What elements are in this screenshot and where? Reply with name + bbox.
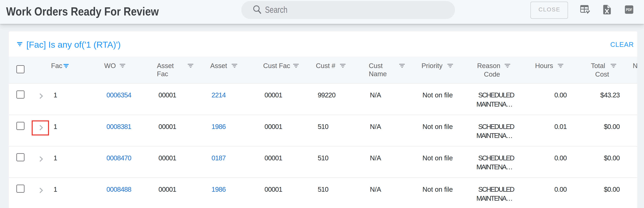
svg-text:PDF: PDF [626,7,632,12]
